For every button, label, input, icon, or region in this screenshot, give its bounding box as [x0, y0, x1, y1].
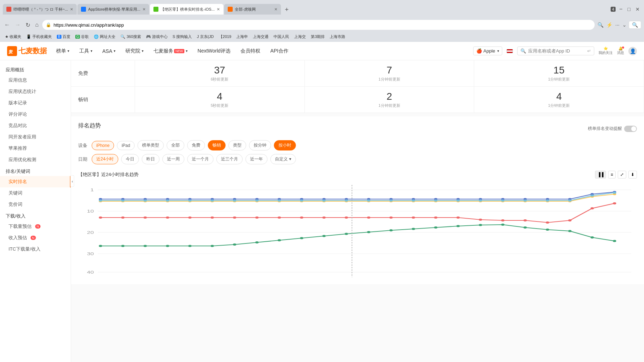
sidebar-item-app-info[interactable]: 应用信息	[0, 75, 71, 86]
ranking-alert-toggle[interactable]	[624, 126, 637, 132]
filter-btn-bestseller[interactable]: 畅销	[208, 140, 226, 150]
user-avatar[interactable]: 👤	[628, 47, 637, 55]
nav-api[interactable]: API合作	[268, 46, 291, 56]
window-close[interactable]: ✕	[634, 6, 641, 12]
bookmark-shslu[interactable]: 上海市路	[328, 33, 347, 40]
filter-btn-ipad[interactable]: iPad	[117, 141, 135, 150]
global-search-btn[interactable]: 🔍	[629, 21, 641, 29]
address-icons: 🔍 ⚡ ··· ⌄ 🔍	[597, 21, 641, 29]
notifications[interactable]: 🔔 消息	[617, 46, 624, 55]
chart-bar-btn[interactable]: ▐▐	[595, 171, 606, 179]
more-icon-btn[interactable]: ···	[615, 21, 620, 28]
nav-menu: 榜单 ▾ 工具 ▾ ASA ▾ 研究院 ▾ 七麦服务 NEW ▾ NextWor…	[54, 46, 291, 56]
nav-七麦服务[interactable]: 七麦服务 NEW ▾	[151, 46, 190, 56]
stats-label-bestseller: 畅销	[71, 87, 135, 113]
svg-point-101	[479, 199, 482, 202]
tab-bilibili[interactable]: 哔哩哔哩（ ° - °）つ ロ 千杯~... ✕	[3, 4, 77, 15]
chart-expand-btn[interactable]: ⤢	[618, 171, 626, 179]
bookmark-360[interactable]: 🔍 360搜索	[118, 33, 143, 40]
new-tab-button[interactable]: +	[282, 5, 292, 15]
bookmark-google[interactable]: G 谷歌	[73, 33, 91, 40]
nav-asa[interactable]: ASA ▾	[100, 47, 118, 55]
bookmark-zgrmyh[interactable]: 中国人民	[271, 33, 291, 40]
bookmark-game[interactable]: 🎮 游戏中心	[144, 33, 170, 40]
filter-btn-1week[interactable]: 近一周	[162, 154, 184, 164]
address-input[interactable]	[42, 20, 595, 30]
bookmark-shjt[interactable]: 上海交通	[251, 33, 271, 40]
filter-btn-chart-type[interactable]: 榜单类型	[137, 140, 164, 150]
tab-juequ-ranking[interactable]: 【绝区零】榜单实时排名-iOS... ✕	[150, 4, 223, 15]
sidebar-item-download-est[interactable]: 下载量预估 N	[0, 221, 71, 232]
filter-btn-all[interactable]: 全部	[167, 140, 184, 150]
nav-工具[interactable]: 工具 ▾	[77, 46, 94, 56]
svg-point-77	[479, 219, 482, 221]
filter-btn-3months[interactable]: 近三个月	[216, 154, 243, 164]
tab-appstore[interactable]: AppStore榜单快报-苹果应用... ✕	[77, 4, 149, 15]
bookmark-favorites[interactable]: ★ 收藏夹	[3, 33, 23, 40]
nav-back[interactable]: ←	[3, 21, 11, 29]
filter-btn-yesterday[interactable]: 昨日	[142, 154, 159, 164]
bookmark-sogou[interactable]: S 搜狗输入	[171, 33, 194, 40]
sidebar-item-aso[interactable]: 应用优化检测	[0, 154, 71, 165]
my-follows[interactable]: ⭐ 我的关注	[599, 46, 613, 55]
window-maximize[interactable]: □	[626, 6, 632, 12]
platform-selector[interactable]: 🍎 Apple ▾	[473, 46, 502, 55]
nav-home[interactable]: ⌂	[34, 21, 40, 29]
tab-counter: 4	[611, 7, 616, 12]
filter-btn-free[interactable]: 免费	[187, 140, 205, 150]
filter-btn-category[interactable]: 类型	[228, 140, 246, 150]
sidebar-item-version[interactable]: 版本记录	[0, 97, 71, 109]
sidebar-item-reviews[interactable]: 评分评论	[0, 109, 71, 120]
nav-研究院[interactable]: 研究院 ▾	[123, 46, 146, 56]
search-icon-btn[interactable]: 🔍	[597, 21, 604, 28]
search-input[interactable]	[528, 48, 585, 54]
bookmark-shjt2[interactable]: 上海交	[292, 33, 308, 40]
bookmark-jd[interactable]: J 京东(JD	[195, 33, 216, 40]
search-box: 🔍 ↵	[517, 46, 594, 55]
nav-refresh[interactable]: ↻	[24, 21, 32, 29]
filter-btn-1month[interactable]: 近一个月	[187, 154, 213, 164]
filter-btn-iphone[interactable]: iPhone	[92, 141, 114, 150]
bookmark-wangzhi[interactable]: 🌐 网址大全	[92, 33, 118, 40]
bookmark-baidu[interactable]: B 百度	[55, 33, 72, 40]
trend-chart-header: 【绝区零】近24小时排名趋势 ▐▐ ≡ ⤢ ⬇	[78, 168, 637, 181]
filter-btn-today[interactable]: 今日	[121, 154, 139, 164]
window-minimize[interactable]: −	[618, 6, 624, 12]
nav-nextworld[interactable]: NextWorld评选	[195, 46, 233, 56]
nav-forward[interactable]: →	[13, 21, 22, 29]
sidebar-item-competitor[interactable]: 竞品对比	[0, 120, 71, 131]
sidebar-item-keywords[interactable]: 关键词	[0, 187, 71, 199]
trend-section: 排名趋势 榜单排名变动提醒 设备 iPhone iPad	[71, 116, 644, 284]
bookmark-shshen[interactable]: 上海申	[234, 33, 250, 40]
sidebar-item-itc[interactable]: ITC下载量/收入	[0, 243, 71, 255]
sidebar-item-realtime-rank[interactable]: 实时排名	[0, 176, 71, 187]
filter-btn-24h[interactable]: 近24小时	[92, 154, 118, 164]
sidebar-item-revenue-est[interactable]: 收入预估 N	[0, 232, 71, 243]
search-submit-icon[interactable]: ↵	[587, 48, 591, 54]
bookmark-mobile[interactable]: 📱 手机收藏夹	[24, 33, 54, 40]
sidebar-item-same-dev[interactable]: 同开发者应用	[0, 131, 71, 143]
sidebar-item-app-status[interactable]: 应用状态统计	[0, 86, 71, 97]
chart-download-btn[interactable]: ⬇	[628, 171, 637, 179]
sidebar-item-bid-words[interactable]: 竞价词	[0, 199, 71, 210]
sidebar-collapse-btn[interactable]: ‹	[70, 175, 71, 187]
filter-btn-by-minute[interactable]: 按分钟	[249, 140, 271, 150]
filter-btn-custom[interactable]: 自定义 ▾	[270, 154, 296, 164]
nav-榜单[interactable]: 榜单 ▾	[54, 46, 71, 56]
svg-point-90	[233, 199, 236, 202]
lightning-icon-btn[interactable]: ⚡	[606, 21, 613, 28]
nav-会员[interactable]: 会员特权	[238, 46, 263, 56]
sidebar-item-apple-rec[interactable]: 苹果推荐	[0, 143, 71, 154]
ssl-icon: 🔒	[46, 22, 51, 27]
chart-list-btn[interactable]: ≡	[608, 171, 616, 179]
filter-btn-by-hour[interactable]: 按小时	[274, 140, 296, 150]
tab-huxiu[interactable]: 全部-虎嗅网 ✕	[224, 4, 281, 15]
filter-btn-1year[interactable]: 近一年	[245, 154, 267, 164]
bookmark-3rd[interactable]: 第3期排	[309, 33, 327, 40]
svg-point-72	[367, 216, 370, 219]
bookmark-2019[interactable]: 【2019	[217, 33, 233, 40]
expand-icon-btn[interactable]: ⌄	[622, 21, 627, 28]
svg-point-119	[345, 233, 348, 235]
site-logo[interactable]: 麦 七麦数据	[7, 46, 47, 56]
jd-icon: J	[197, 34, 199, 39]
